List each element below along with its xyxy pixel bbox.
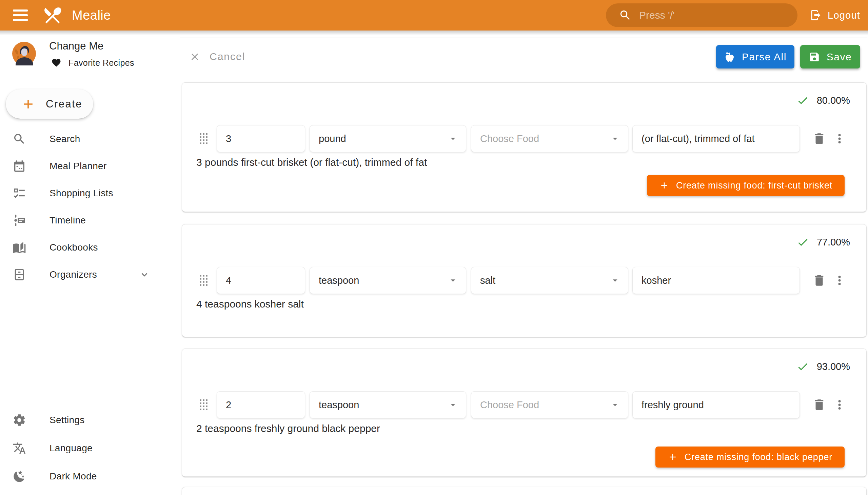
app-title[interactable]: Mealie <box>72 8 111 23</box>
more-options-icon[interactable] <box>832 398 847 412</box>
food-placeholder: Choose Food <box>480 399 539 411</box>
logout-label: Logout <box>828 10 860 21</box>
drag-handle-icon[interactable] <box>200 133 207 144</box>
chevron-down-icon <box>447 133 458 144</box>
checklist-icon <box>13 186 26 200</box>
unit-value: teaspoon <box>319 399 359 411</box>
sidebar-item-label: Search <box>50 134 80 144</box>
moon-icon <box>13 470 26 483</box>
food-select[interactable]: salt <box>471 267 628 294</box>
check-icon <box>797 360 809 373</box>
plus-icon <box>21 97 36 112</box>
sidebar-item-cookbooks[interactable]: Cookbooks <box>0 234 164 261</box>
unit-value: teaspoon <box>319 275 359 286</box>
drag-handle-icon[interactable] <box>200 275 207 286</box>
ingredient-parser-panel: Cancel Parse All Save 80.00% pound <box>164 31 868 495</box>
sidebar-item-organizers[interactable]: Organizers <box>0 261 164 288</box>
chevron-down-icon <box>610 133 620 144</box>
avatar[interactable] <box>12 42 36 65</box>
food-select[interactable]: Choose Food <box>471 125 628 152</box>
sidebar-footer: Settings Language Dark Mode <box>0 406 164 490</box>
apple-icon <box>724 51 735 63</box>
search-input[interactable] <box>639 10 787 21</box>
note-input[interactable] <box>632 125 800 152</box>
sidebar-item-dark-mode[interactable]: Dark Mode <box>0 462 164 490</box>
ingredient-fields-row: teaspoon Choose Food <box>182 391 866 419</box>
unit-select[interactable]: pound <box>310 125 466 152</box>
delete-icon[interactable] <box>812 273 826 288</box>
check-icon <box>797 94 809 107</box>
sidebar: Change Me Favorite Recipes Create Search… <box>0 31 164 495</box>
sidebar-nav: Search Meal Planner Shopping Lists Timel… <box>0 125 164 288</box>
delete-icon[interactable] <box>812 398 826 412</box>
user-name: Change Me <box>49 40 103 52</box>
unit-value: pound <box>319 133 346 144</box>
sidebar-item-shopping-lists[interactable]: Shopping Lists <box>0 180 164 207</box>
cancel-button[interactable]: Cancel <box>189 47 245 67</box>
unit-select[interactable]: teaspoon <box>310 391 466 419</box>
cancel-label: Cancel <box>209 51 245 62</box>
sidebar-item-meal-planner[interactable]: Meal Planner <box>0 153 164 180</box>
quantity-input[interactable] <box>217 125 305 152</box>
delete-icon[interactable] <box>812 132 826 146</box>
create-missing-food-button[interactable]: Create missing food: first-cut brisket <box>647 175 845 196</box>
magnify-icon <box>13 132 26 146</box>
cabinet-icon <box>13 268 26 281</box>
more-options-icon[interactable] <box>832 132 847 146</box>
sidebar-item-label: Organizers <box>50 269 97 280</box>
sidebar-item-label: Timeline <box>50 215 86 226</box>
sidebar-item-language[interactable]: Language <box>0 434 164 462</box>
original-ingredient-text: 2 teaspoons freshly ground black pepper <box>196 423 380 434</box>
more-options-icon[interactable] <box>832 273 847 288</box>
timeline-icon <box>13 214 26 227</box>
chevron-down-icon <box>447 275 458 286</box>
original-ingredient-text: 3 pounds first-cut brisket (or flat-cut)… <box>196 157 427 168</box>
save-button[interactable]: Save <box>800 45 860 68</box>
create-button[interactable]: Create <box>6 89 93 119</box>
translate-icon <box>13 441 26 455</box>
logout-button[interactable]: Logout <box>810 0 860 31</box>
confidence-indicator: 77.00% <box>797 236 850 249</box>
sidebar-item-timeline[interactable]: Timeline <box>0 207 164 234</box>
save-icon <box>809 51 820 63</box>
drag-handle-icon[interactable] <box>200 399 207 410</box>
ingredient-fields-row: teaspoon salt <box>182 267 866 294</box>
plus-icon <box>659 181 669 190</box>
parse-all-button[interactable]: Parse All <box>716 45 795 68</box>
confidence-value: 93.00% <box>817 361 850 372</box>
quantity-input[interactable] <box>217 391 305 419</box>
favorite-recipes-label: Favorite Recipes <box>68 58 134 68</box>
global-search[interactable] <box>606 3 798 27</box>
heart-icon <box>51 58 62 68</box>
confidence-indicator: 93.00% <box>797 360 850 373</box>
calendar-icon <box>13 159 26 173</box>
mealie-app: Mealie Logout Change Me Favorite Recipes… <box>0 0 868 495</box>
sidebar-item-label: Shopping Lists <box>50 188 113 199</box>
chevron-down-icon[interactable] <box>139 269 150 280</box>
quantity-input[interactable] <box>217 267 305 294</box>
sidebar-item-label: Language <box>50 443 92 454</box>
gear-icon <box>13 413 26 427</box>
logout-icon <box>810 9 822 21</box>
food-select[interactable]: Choose Food <box>471 391 628 419</box>
note-input[interactable] <box>632 391 800 419</box>
section-divider <box>180 38 867 38</box>
sidebar-item-label: Settings <box>50 415 85 426</box>
favorite-recipes-link[interactable]: Favorite Recipes <box>51 57 134 69</box>
menu-icon[interactable] <box>13 10 28 21</box>
create-missing-food-button[interactable]: Create missing food: black pepper <box>656 446 845 467</box>
sidebar-item-label: Meal Planner <box>50 161 107 172</box>
save-label: Save <box>827 51 852 63</box>
search-icon <box>619 9 632 22</box>
sidebar-divider <box>0 82 164 82</box>
sidebar-item-search[interactable]: Search <box>0 125 164 153</box>
original-ingredient-text: 4 teaspoons kosher salt <box>196 298 304 310</box>
mealie-logo-icon[interactable] <box>42 5 63 26</box>
confidence-value: 80.00% <box>817 95 850 106</box>
ingredient-card: 93.00% teaspoon Choose Food 2 teaspoons … <box>182 348 867 477</box>
food-value: salt <box>480 275 495 286</box>
note-input[interactable] <box>632 267 800 294</box>
sidebar-item-settings[interactable]: Settings <box>0 406 164 434</box>
unit-select[interactable]: teaspoon <box>310 267 466 294</box>
ingredient-fields-row: pound Choose Food <box>182 125 866 152</box>
